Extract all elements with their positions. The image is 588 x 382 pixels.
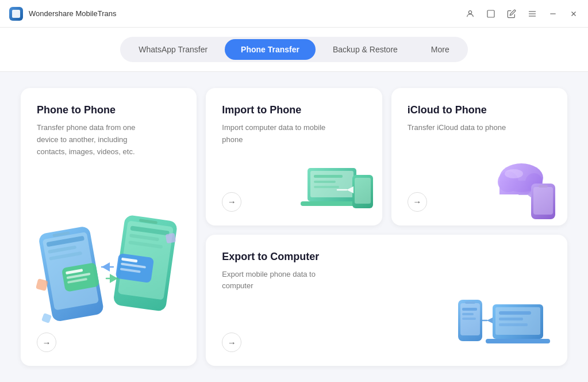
minimize-icon[interactable] xyxy=(548,9,558,19)
svg-rect-44 xyxy=(314,186,339,188)
title-bar-controls xyxy=(465,9,579,19)
svg-rect-51 xyxy=(533,187,553,215)
import-to-phone-illustration xyxy=(296,151,376,220)
card-phone-to-phone[interactable]: Phone to Phone Transfer phone data from … xyxy=(21,88,197,366)
close-icon[interactable] xyxy=(568,9,579,19)
menu-icon[interactable] xyxy=(527,9,537,19)
nav-container: WhatsApp Transfer Phone Transfer Backup … xyxy=(0,28,588,72)
svg-rect-65 xyxy=(486,339,550,343)
profile-icon[interactable] xyxy=(465,9,475,19)
svg-rect-43 xyxy=(314,181,336,183)
svg-rect-36 xyxy=(310,171,353,197)
card-phone-to-phone-title: Phone to Phone xyxy=(37,104,180,116)
card-import-title: Import to Phone xyxy=(222,104,366,116)
card-import-arrow[interactable]: → xyxy=(222,192,241,212)
card-export-to-computer[interactable]: Export to Computer Export mobile phone d… xyxy=(206,235,567,366)
svg-rect-52 xyxy=(539,185,548,188)
card-icloud-desc: Transfer iCloud data to phone xyxy=(408,122,522,134)
svg-rect-68 xyxy=(499,323,528,326)
tab-phone[interactable]: Phone Transfer xyxy=(225,39,316,60)
card-import-to-phone[interactable]: Import to Phone Import computer data to … xyxy=(206,88,382,226)
svg-point-49 xyxy=(505,169,523,178)
svg-rect-33 xyxy=(166,233,176,244)
export-to-computer-illustration xyxy=(452,288,550,363)
card-icloud-arrow[interactable]: → xyxy=(408,192,427,212)
card-icloud-to-phone[interactable]: iCloud to Phone Transfer iCloud data to … xyxy=(391,88,567,226)
tab-more[interactable]: More xyxy=(415,39,466,60)
svg-rect-57 xyxy=(465,301,475,304)
title-bar-left: Wondershare MobileTrans xyxy=(9,7,116,21)
card-export-title: Export to Computer xyxy=(222,251,551,263)
card-import-desc: Import computer data to mobile phone xyxy=(222,122,337,146)
edit-icon[interactable] xyxy=(506,9,517,19)
window-icon[interactable] xyxy=(486,9,496,19)
svg-rect-59 xyxy=(462,313,474,315)
svg-rect-42 xyxy=(314,175,343,178)
phone-to-phone-illustration xyxy=(28,182,189,331)
icloud-to-phone-illustration xyxy=(482,152,563,221)
tab-backup[interactable]: Backup & Restore xyxy=(317,39,414,60)
app-icon xyxy=(9,7,23,21)
app-title: Wondershare MobileTrans xyxy=(29,9,116,18)
card-export-arrow[interactable]: → xyxy=(222,333,241,352)
svg-rect-60 xyxy=(462,318,476,320)
svg-rect-34 xyxy=(41,313,52,323)
svg-rect-1 xyxy=(487,10,494,17)
svg-rect-39 xyxy=(355,178,371,204)
title-bar: Wondershare MobileTrans xyxy=(0,0,588,28)
svg-rect-67 xyxy=(499,318,523,320)
main-content: Phone to Phone Transfer phone data from … xyxy=(0,72,588,382)
card-phone-to-phone-desc: Transfer phone data from one device to a… xyxy=(37,122,152,158)
svg-rect-66 xyxy=(499,311,531,315)
svg-point-0 xyxy=(468,10,471,13)
card-phone-to-phone-arrow[interactable]: → xyxy=(37,333,56,352)
tab-whatsapp[interactable]: WhatsApp Transfer xyxy=(122,39,224,60)
card-export-desc: Export mobile phone data to computer xyxy=(222,269,337,293)
card-icloud-title: iCloud to Phone xyxy=(408,104,551,116)
svg-rect-58 xyxy=(462,308,477,311)
nav-tabs: WhatsApp Transfer Phone Transfer Backup … xyxy=(120,37,468,62)
